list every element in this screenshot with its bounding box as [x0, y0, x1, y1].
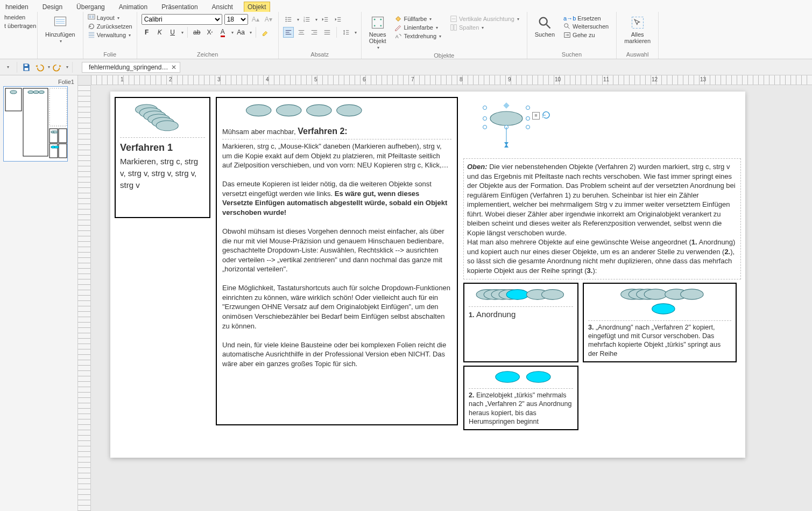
svg-point-47 [373, 25, 375, 26]
svg-point-46 [380, 19, 382, 20]
right-text[interactable]: Oben: Die vier nebenstehenden Objekte (V… [463, 158, 741, 279]
slide-page: Verfahren 1 Markieren, strg c, strg v, s… [110, 92, 745, 458]
align-left[interactable] [283, 27, 294, 38]
verfahren2-graphic [222, 102, 378, 118]
svg-point-105 [496, 372, 520, 382]
font-family[interactable]: Calibri [142, 14, 222, 25]
ruler-horizontal: 12345678910111213 [91, 75, 812, 85]
svg-rect-61 [25, 68, 29, 71]
align-center[interactable] [296, 27, 307, 38]
font-shrink[interactable]: A▾ [263, 14, 274, 25]
list-number[interactable]: 123 [301, 14, 312, 25]
workspace: Folie1 12345678910111213 [0, 75, 812, 511]
list-bullet[interactable] [283, 14, 294, 25]
cmd-findnext[interactable]: Weitersuchen [563, 23, 609, 30]
qa-redo[interactable] [52, 62, 63, 73]
cmd-fillcolor[interactable]: Füllfarbe▾ [394, 15, 441, 23]
cmd-fmt[interactable]: t übertragen [4, 23, 33, 29]
new-object[interactable]: Neues Objekt▾ [366, 14, 390, 51]
svg-point-87 [307, 104, 331, 116]
svg-point-70 [39, 91, 44, 94]
cmd-select-all[interactable]: Alles markieren [621, 14, 654, 45]
svg-point-76 [53, 131, 58, 133]
cmd-search[interactable]: Suchen [532, 14, 558, 39]
tab-animation[interactable]: Animation [116, 2, 151, 12]
selected-shape[interactable]: ≡ [485, 97, 528, 156]
svg-point-85 [246, 104, 271, 116]
svg-line-57 [568, 27, 570, 29]
qa-menu[interactable]: ▾ [2, 62, 13, 73]
document-tab[interactable]: fehlermeldung_springend… ✕ [82, 62, 180, 73]
slide-canvas[interactable]: 12345678910111213 Verfahren 1 Markieren,… [78, 75, 812, 511]
box-verfahren1[interactable]: Verfahren 1 Markieren, strg c, strg v, s… [115, 97, 210, 218]
box-anordnung3[interactable]: 3. „Anordnung" nach „Verfahren 2" kopier… [583, 283, 737, 362]
tab-object[interactable]: Objekt [244, 2, 270, 12]
cmd-manage[interactable]: Verwaltung▾ [88, 31, 132, 39]
quick-access: ▾ ▾ ▾ fehlermeldung_springend… ✕ [0, 59, 812, 75]
font-grow[interactable]: A▴ [250, 14, 261, 25]
box-anordnung1[interactable]: 1. Anordnung [463, 283, 578, 362]
align-right[interactable] [309, 27, 320, 38]
svg-point-88 [337, 104, 362, 116]
bold[interactable]: F [142, 27, 152, 38]
tab-transition[interactable]: Übergang [73, 2, 108, 12]
verfahren1-graphic [120, 101, 206, 134]
qa-save[interactable] [21, 62, 32, 73]
tab-view[interactable]: Ansicht [209, 2, 236, 12]
font-size[interactable]: 18 [224, 14, 248, 25]
cmd-linecolor[interactable]: Linienfarbe▾ [394, 24, 441, 31]
document-name: fehlermeldung_springend… [89, 64, 168, 71]
box-verfahren2[interactable]: Mühsam aber machbar, Verfahren 2: Markie… [216, 97, 458, 425]
underline[interactable]: U [167, 27, 178, 38]
svg-rect-66 [50, 88, 67, 126]
slide-thumb-label: Folie1 [3, 79, 74, 86]
italic[interactable]: K [154, 27, 165, 38]
indent[interactable] [333, 14, 343, 25]
svg-rect-60 [25, 64, 28, 66]
svg-point-48 [380, 25, 382, 26]
group-suchen: Suchen [532, 50, 612, 59]
strike[interactable]: ab [192, 27, 202, 38]
svg-rect-44 [372, 17, 383, 29]
svg-rect-9 [88, 37, 94, 38]
group-absatz: Absatz [283, 50, 357, 59]
menu-tabs: hneiden Design Übergang Animation Präsen… [0, 0, 812, 12]
fontcolor[interactable]: A [217, 27, 228, 38]
svg-point-89 [490, 111, 522, 125]
highlight[interactable] [260, 27, 271, 38]
linespacing[interactable] [341, 27, 351, 38]
super[interactable]: X² [204, 27, 215, 38]
tab-design[interactable]: Design [39, 2, 66, 12]
cmd-layout[interactable]: Layout▾ [88, 14, 132, 22]
svg-line-55 [547, 25, 550, 29]
add-slide-icon [53, 15, 68, 30]
svg-point-69 [33, 91, 39, 94]
add-slide[interactable]: Hinzufügen ▾ [42, 14, 79, 45]
close-doc-icon[interactable]: ✕ [171, 64, 176, 71]
cmd-valign: Vertikale Ausrichtung▾ [450, 15, 519, 23]
cmd-cut[interactable]: hneiden [4, 14, 33, 20]
cmd-columns: Spalten▾ [450, 24, 519, 31]
cmd-textrot[interactable]: ATextdrehung▾ [394, 32, 441, 40]
tab-cut[interactable]: hneiden [2, 2, 32, 12]
svg-text:A: A [396, 34, 399, 39]
svg-point-101 [644, 289, 667, 299]
cmd-reset[interactable]: Zurücksetzen [88, 23, 132, 30]
svg-rect-52 [451, 25, 453, 31]
svg-point-97 [541, 289, 563, 299]
case[interactable]: Aa [236, 27, 246, 38]
v1-title: Verfahren 1 [120, 140, 205, 156]
panel-right: ≡ Oben: Die vier nebenstehenden Objekte … [463, 97, 741, 430]
align-justify[interactable] [322, 27, 333, 38]
svg-point-12 [285, 19, 286, 20]
qa-undo[interactable] [34, 62, 45, 73]
outdent[interactable] [320, 14, 330, 25]
svg-rect-5 [89, 16, 91, 18]
cmd-goto[interactable]: Gehe zu [563, 31, 609, 39]
slide-thumb-1[interactable] [3, 86, 68, 162]
tab-present[interactable]: Präsentation [158, 2, 201, 12]
svg-point-104 [652, 303, 675, 313]
box-anordnung2[interactable]: 2. Einzelobjekt „türkis" mehrmals nach „… [463, 366, 578, 430]
cmd-replace[interactable]: a→b Ersetzen [563, 15, 609, 22]
rotate-handle-icon[interactable] [542, 111, 550, 120]
